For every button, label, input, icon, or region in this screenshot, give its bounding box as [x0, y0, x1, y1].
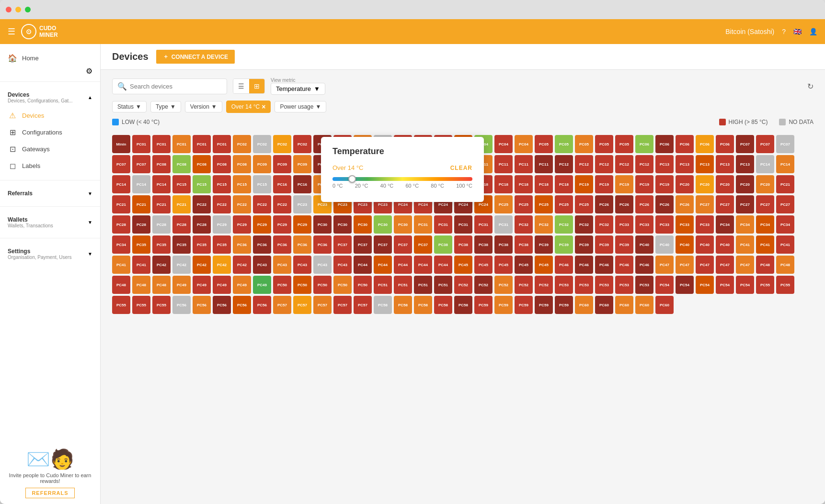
device-tile[interactable]: PC46 — [575, 256, 593, 274]
temp-clear-button[interactable]: CLEAR — [450, 165, 472, 171]
device-tile[interactable]: PC31 — [434, 215, 452, 234]
device-tile[interactable]: PC26 — [635, 195, 653, 213]
device-tile[interactable]: PC42 — [233, 256, 251, 274]
device-tile[interactable]: PC33 — [676, 215, 694, 234]
status-filter[interactable]: Status ▼ — [112, 101, 147, 112]
device-tile[interactable]: PC59 — [555, 296, 573, 314]
device-tile[interactable]: PC01 — [172, 135, 191, 153]
device-tile[interactable]: PC51 — [414, 276, 432, 294]
device-tile[interactable]: PC19 — [575, 175, 593, 193]
device-tile[interactable]: PC21 — [776, 175, 794, 193]
device-tile[interactable]: PC15 — [193, 175, 211, 193]
device-tile[interactable]: PC49 — [253, 276, 271, 294]
device-tile[interactable]: PC55 — [756, 276, 774, 294]
device-tile[interactable]: PC53 — [615, 276, 633, 294]
device-tile[interactable]: PC51 — [374, 276, 392, 294]
device-tile[interactable]: PC60 — [615, 296, 633, 314]
device-tile[interactable]: PC45 — [474, 256, 493, 274]
device-tile[interactable]: PC04 — [494, 135, 513, 153]
device-tile[interactable]: PC12 — [595, 155, 613, 173]
device-tile[interactable]: PC54 — [696, 276, 714, 294]
device-tile[interactable]: PC49 — [213, 276, 231, 294]
device-tile[interactable]: PC57 — [354, 296, 372, 314]
device-tile[interactable]: PC21 — [112, 195, 130, 213]
device-tile[interactable]: PC58 — [414, 296, 432, 314]
device-tile[interactable]: PC25 — [515, 195, 533, 213]
minimize-button[interactable] — [15, 7, 21, 12]
device-tile[interactable]: PC15 — [172, 175, 191, 193]
device-tile[interactable]: PC36 — [313, 235, 332, 254]
device-tile[interactable]: PC01 — [213, 135, 231, 153]
device-tile[interactable]: PC21 — [152, 195, 171, 213]
device-tile[interactable]: PC53 — [575, 276, 593, 294]
menu-toggle[interactable]: ☰ — [8, 26, 15, 37]
device-tile[interactable]: PC37 — [374, 235, 392, 254]
device-tile[interactable]: PC33 — [655, 215, 674, 234]
referrals-button[interactable]: REFERRALS — [25, 488, 74, 498]
device-tile[interactable]: PC08 — [193, 155, 211, 173]
close-button[interactable] — [6, 7, 11, 12]
device-tile[interactable]: PC18 — [555, 175, 573, 193]
device-tile[interactable]: PC08 — [233, 155, 251, 173]
device-tile[interactable]: PC53 — [555, 276, 573, 294]
device-tile[interactable]: PC13 — [696, 155, 714, 173]
device-tile[interactable]: PC51 — [434, 276, 452, 294]
device-tile[interactable]: PC50 — [293, 276, 311, 294]
device-tile[interactable]: PC09 — [293, 155, 311, 173]
device-tile[interactable]: PC14 — [132, 175, 150, 193]
sidebar-item-configurations[interactable]: ⊞ Configurations — [0, 124, 100, 141]
version-filter[interactable]: Version ▼ — [185, 101, 222, 112]
device-tile[interactable]: PC58 — [394, 296, 412, 314]
device-tile[interactable]: PC41 — [112, 256, 130, 274]
device-tile[interactable]: PC42 — [213, 256, 231, 274]
device-tile[interactable]: PC54 — [676, 276, 694, 294]
currency-selector[interactable]: Bitcoin (Satoshi) — [725, 28, 774, 35]
device-tile[interactable]: PC54 — [736, 276, 754, 294]
device-tile[interactable]: PC42 — [193, 256, 211, 274]
device-tile[interactable]: PC14 — [776, 155, 794, 173]
device-tile[interactable]: PC27 — [736, 195, 754, 213]
device-tile[interactable]: PC13 — [655, 155, 674, 173]
device-tile[interactable]: PC52 — [494, 276, 513, 294]
device-tile[interactable]: PC26 — [595, 195, 613, 213]
devices-chevron[interactable]: ▲ — [88, 95, 92, 100]
device-tile[interactable]: PC45 — [535, 256, 553, 274]
grid-view-button[interactable]: ⊞ — [249, 79, 264, 93]
device-tile[interactable]: PC14 — [112, 175, 130, 193]
device-tile[interactable]: PC22 — [193, 195, 211, 213]
sidebar-item-devices[interactable]: ⚠ Devices — [0, 107, 100, 124]
device-tile[interactable]: PC08 — [213, 155, 231, 173]
device-tile[interactable]: PC41 — [756, 235, 774, 254]
device-tile[interactable]: PC37 — [354, 235, 372, 254]
device-tile[interactable]: PC32 — [555, 215, 573, 234]
device-tile[interactable]: PC39 — [595, 235, 613, 254]
device-tile[interactable]: PC47 — [716, 256, 734, 274]
device-tile[interactable]: PC38 — [434, 235, 452, 254]
device-tile[interactable]: PC60 — [635, 296, 653, 314]
device-tile[interactable]: PC30 — [333, 215, 352, 234]
device-tile[interactable]: PC32 — [575, 215, 593, 234]
device-tile[interactable]: PC41 — [776, 235, 794, 254]
device-tile[interactable]: PC31 — [494, 215, 513, 234]
device-tile[interactable]: PC22 — [213, 195, 231, 213]
temp-filter[interactable]: Over 14 °C × — [226, 101, 271, 113]
device-tile[interactable]: PC18 — [494, 175, 513, 193]
device-tile[interactable]: PC52 — [535, 276, 553, 294]
device-tile[interactable]: PC40 — [655, 235, 674, 254]
metric-dropdown[interactable]: Temperature ▼ — [271, 83, 325, 95]
device-tile[interactable]: PC35 — [152, 235, 171, 254]
device-tile[interactable]: PC36 — [233, 235, 251, 254]
refresh-button[interactable]: ↻ — [807, 82, 814, 91]
device-tile[interactable]: PC22 — [273, 195, 291, 213]
device-tile[interactable]: PC27 — [756, 195, 774, 213]
device-tile[interactable]: PC31 — [414, 215, 432, 234]
device-tile[interactable]: PC20 — [716, 175, 734, 193]
device-tile[interactable]: PC44 — [414, 256, 432, 274]
device-tile[interactable]: PC35 — [193, 235, 211, 254]
device-tile[interactable]: PC06 — [655, 135, 674, 153]
device-tile[interactable]: PC52 — [474, 276, 493, 294]
device-tile[interactable]: PC59 — [494, 296, 513, 314]
device-tile[interactable]: PC26 — [615, 195, 633, 213]
device-tile[interactable]: PC50 — [333, 276, 352, 294]
device-tile[interactable]: PC13 — [716, 155, 734, 173]
